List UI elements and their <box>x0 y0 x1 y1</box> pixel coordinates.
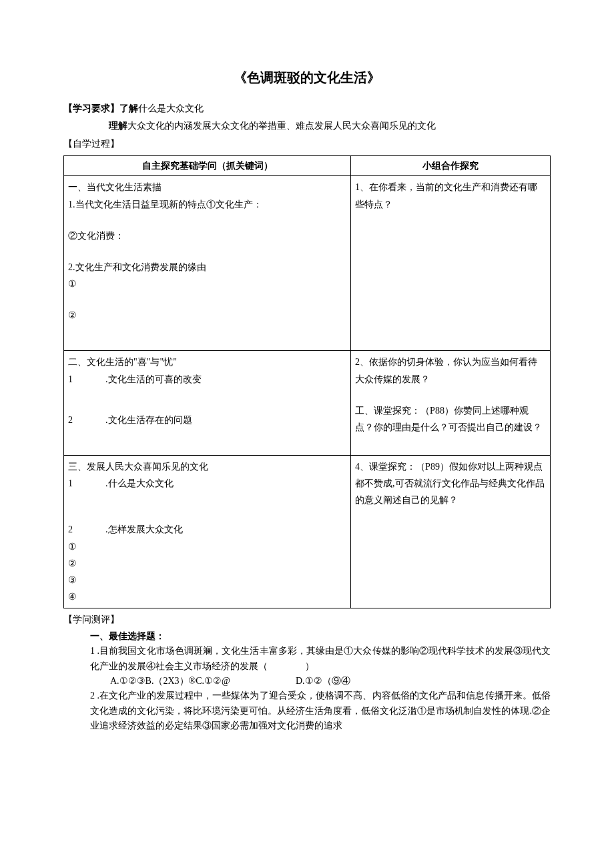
study-table: 自主探究基础学问（抓关键词） 小组合作探究 一、当代文化生活素描 1.当代文化生… <box>63 155 551 608</box>
row2-l3: 2 .文化生活存在的问题 <box>68 412 346 428</box>
row2-l1: 二、文化生活的"喜"与"忧" <box>68 354 346 370</box>
row2-l2-num: 1 <box>68 371 105 388</box>
requirements-line-2: 理解大众文化的内涵发展大众文化的举措重、难点发展人民大众喜闻乐见的文化 <box>63 119 551 133</box>
row2-right-p2: 工、课堂探究：（P88）你赞同上述哪种观点？你的理由是什么？可否提出自己的建设？ <box>355 402 546 436</box>
question-1-options: A.①②③B.（2X3）®C.①②@ D.①②（⑨④ <box>63 674 551 689</box>
question-2: 2 .在文化产业的发展过程中，一些媒体为了迎合受众，使格调不高、内容低俗的文化产… <box>63 689 551 733</box>
table-head-left: 自主探究基础学问（抓关键词） <box>64 156 351 176</box>
row3-l2-text: .什么是大众文化 <box>105 475 174 492</box>
row1-l2: 1.当代文化生活日益呈现新的特点①文化生产： <box>68 196 346 213</box>
process-label: 【自学过程】 <box>63 137 551 151</box>
row2-l3-text: .文化生活存在的问题 <box>105 412 192 428</box>
row1-right-text: 1、在你看来，当前的文化生产和消费还有哪些特点？ <box>355 179 546 212</box>
row3-l3: 2 .怎样发展大众文化 <box>68 521 346 538</box>
row2-right-cell: 2、依据你的切身体验，你认为应当如何看待大众传媒的发展？ 工、课堂探究：（P88… <box>351 351 551 456</box>
understand-text: 大众文化的内涵发展大众文化的举措重、难点发展人民大众喜闻乐见的文化 <box>127 121 436 131</box>
row3-right-cell: 4、课堂探究：（P89）假如你对以上两种观点都不赞成,可否就流行文化作品与经典文… <box>351 456 551 608</box>
row1-left-cell: 一、当代文化生活素描 1.当代文化生活日益呈现新的特点①文化生产： ②文化消费：… <box>64 176 351 351</box>
document-title: 《色调斑驳的文化生活》 <box>63 67 551 88</box>
evaluation-heading: 一、最佳选择题： <box>63 629 551 644</box>
table-head-right: 小组合作探究 <box>351 156 551 176</box>
row3-c4: ④ <box>68 588 346 605</box>
know-label: 了解 <box>119 103 138 113</box>
know-text: 什么是大众文化 <box>138 103 204 113</box>
requirements-label: 【学习要求】 <box>63 103 119 113</box>
row2-l3-num: 2 <box>68 412 105 428</box>
evaluation-label: 【学问测评】 <box>63 612 551 627</box>
table-row: 二、文化生活的"喜"与"忧" 1 .文化生活的可喜的改变 2 .文化生活存在的问… <box>64 351 551 456</box>
row2-l2-text: .文化生活的可喜的改变 <box>105 371 202 388</box>
row1-l3: ②文化消费： <box>68 228 346 244</box>
row3-l2-num: 1 <box>68 475 105 492</box>
row3-c2: ② <box>68 555 346 572</box>
row1-l1: 一、当代文化生活素描 <box>68 179 346 195</box>
requirements-line-1: 【学习要求】了解什么是大众文化 <box>63 101 551 116</box>
row1-l5: ① <box>68 276 346 292</box>
row1-right-cell: 1、在你看来，当前的文化生产和消费还有哪些特点？ <box>351 176 551 351</box>
table-row: 一、当代文化生活素描 1.当代文化生活日益呈现新的特点①文化生产： ②文化消费：… <box>64 176 551 351</box>
row2-left-cell: 二、文化生活的"喜"与"忧" 1 .文化生活的可喜的改变 2 .文化生活存在的问… <box>64 351 351 456</box>
evaluation-section: 【学问测评】 一、最佳选择题： 1 .目前我国文化市场色调斑斓，文化生活丰富多彩… <box>63 612 551 733</box>
row3-c3: ③ <box>68 572 346 588</box>
question-1: 1 .目前我国文化市场色调斑斓，文化生活丰富多彩，其缘由是①大众传媒的影响②现代… <box>63 644 551 674</box>
row3-l2: 1 .什么是大众文化 <box>68 475 346 492</box>
row1-l6: ② <box>68 307 346 324</box>
row2-l2: 1 .文化生活的可喜的改变 <box>68 371 346 388</box>
row3-l3-num: 2 <box>68 521 105 538</box>
row3-l3-text: .怎样发展大众文化 <box>105 521 183 538</box>
table-row: 三、发展人民大众喜闻乐见的文化 1 .什么是大众文化 2 .怎样发展大众文化 ①… <box>64 456 551 608</box>
row3-left-cell: 三、发展人民大众喜闻乐见的文化 1 .什么是大众文化 2 .怎样发展大众文化 ①… <box>64 456 351 608</box>
understand-label: 理解 <box>109 121 127 131</box>
row1-l4: 2.文化生产和文化消费发展的缘由 <box>68 259 346 276</box>
row3-l1: 三、发展人民大众喜闻乐见的文化 <box>68 458 346 475</box>
row3-c1: ① <box>68 538 346 555</box>
row3-right-text: 4、课堂探究：（P89）假如你对以上两种观点都不赞成,可否就流行文化作品与经典文… <box>355 458 546 509</box>
row2-right-p1: 2、依据你的切身体验，你认为应当如何看待大众传媒的发展？ <box>355 354 546 387</box>
